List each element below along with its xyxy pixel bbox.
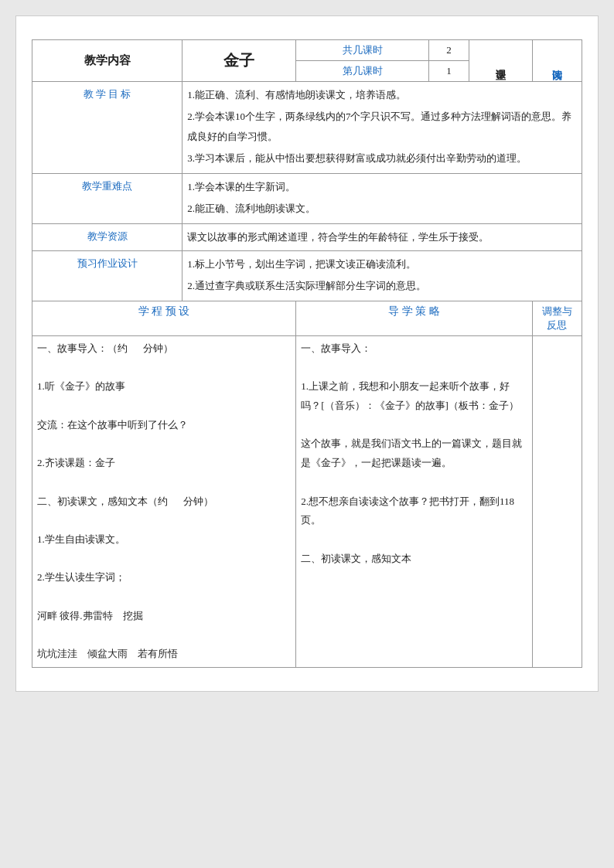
col1-header: 学 程 预 设 bbox=[32, 301, 296, 336]
type-value: 阅读 bbox=[532, 40, 582, 82]
total-hours-label: 共几课时 bbox=[296, 40, 429, 61]
lesson-title: 金子 bbox=[182, 40, 296, 82]
total-hours-value: 2 bbox=[429, 40, 469, 61]
col1-content: 一、故事导入：（约 分钟） 1.听《金子》的故事 交流：在这个故事中听到了什么？… bbox=[32, 336, 296, 668]
col-headers-row: 学 程 预 设 导 学 策 略 调整与反思 bbox=[32, 301, 582, 336]
page: 教学内容 金子 共几课时 2 课型 阅读 第几课时 1 教 学 目 标 1.能正… bbox=[15, 15, 599, 692]
current-hour-value: 1 bbox=[429, 61, 469, 82]
preview-row: 预习作业设计 1.标上小节号，划出生字词，把课文读正确读流利。 2.通过查字典或… bbox=[32, 251, 582, 301]
objectives-row: 教 学 目 标 1.能正确、流利、有感情地朗读课文，培养语感。 2.学会本课10… bbox=[32, 82, 582, 174]
objectives-content: 1.能正确、流利、有感情地朗读课文，培养语感。 2.学会本课10个生字，两条绿线… bbox=[182, 82, 582, 174]
resources-content: 课文以故事的形式阐述道理，符合学生的年龄特征，学生乐于接受。 bbox=[182, 224, 582, 251]
col2-header: 导 学 策 略 bbox=[296, 301, 533, 336]
main-table: 教学内容 金子 共几课时 2 课型 阅读 第几课时 1 教 学 目 标 1.能正… bbox=[32, 39, 582, 668]
key-points-label: 教学重难点 bbox=[32, 174, 182, 224]
current-hour-label: 第几课时 bbox=[296, 61, 429, 82]
col3-header: 调整与反思 bbox=[532, 301, 582, 336]
col2-content: 一、故事导入： 1.上课之前，我想和小朋友一起来听个故事，好吗？[（音乐）：《金… bbox=[296, 336, 533, 668]
col3-content bbox=[532, 336, 582, 668]
key-points-row: 教学重难点 1.学会本课的生字新词。 2.能正确、流利地朗读课文。 bbox=[32, 174, 582, 224]
preview-content: 1.标上小节号，划出生字词，把课文读正确读流利。 2.通过查字典或联系生活实际理… bbox=[182, 251, 582, 301]
resources-row: 教学资源 课文以故事的形式阐述道理，符合学生的年龄特征，学生乐于接受。 bbox=[32, 224, 582, 251]
resources-label: 教学资源 bbox=[32, 224, 182, 251]
objectives-label: 教 学 目 标 bbox=[32, 82, 182, 174]
obj-item2: 2.学会本课10个生字，两条绿线内的7个字只识不写。通过多种方法理解词语的意思。… bbox=[187, 107, 577, 147]
header-row: 教学内容 金子 共几课时 2 课型 阅读 bbox=[32, 40, 582, 61]
teaching-content-label: 教学内容 bbox=[32, 40, 182, 82]
preview-label: 预习作业设计 bbox=[32, 251, 182, 301]
kp-item1: 1.学会本课的生字新词。 bbox=[187, 177, 577, 197]
col-content-row: 一、故事导入：（约 分钟） 1.听《金子》的故事 交流：在这个故事中听到了什么？… bbox=[32, 336, 582, 668]
key-points-content: 1.学会本课的生字新词。 2.能正确、流利地朗读课文。 bbox=[182, 174, 582, 224]
preview-item1: 1.标上小节号，划出生字词，把课文读正确读流利。 bbox=[187, 254, 577, 274]
preview-item2: 2.通过查字典或联系生活实际理解部分生字词的意思。 bbox=[187, 276, 577, 296]
kp-item2: 2.能正确、流利地朗读课文。 bbox=[187, 199, 577, 219]
obj-item3: 3.学习本课后，能从中悟出要想获得财富或成功就必须付出辛勤劳动的道理。 bbox=[187, 148, 577, 168]
obj-item1: 1.能正确、流利、有感情地朗读课文，培养语感。 bbox=[187, 85, 577, 105]
type-label: 课型 bbox=[469, 40, 532, 82]
